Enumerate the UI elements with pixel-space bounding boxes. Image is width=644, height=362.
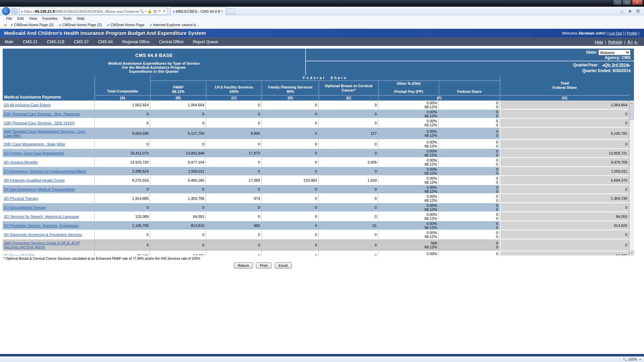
- row-label-link[interactable]: 29) Non-Emergency Medical Transportation: [4, 187, 75, 191]
- add-favorite-icon[interactable]: ★: [3, 22, 7, 27]
- row-label-link[interactable]: 34) Diagnostic Screening & Preventive Se…: [4, 233, 82, 237]
- nav-tab-cms21[interactable]: CMS-21: [18, 38, 42, 46]
- table-row: 24B) Case Management - State Wide 0 0 0 …: [3, 140, 634, 149]
- row-label-link[interactable]: 31) Occupational Therapy: [4, 205, 46, 209]
- gear-icon[interactable]: ⚙: [635, 8, 641, 14]
- zoom-caret-icon[interactable]: ▼: [639, 358, 641, 361]
- return-button[interactable]: Return: [234, 262, 253, 268]
- menu-help[interactable]: Help: [74, 16, 87, 20]
- cell-other-pct: 0.00%68.12%: [378, 194, 439, 202]
- nav-tab-regional-office[interactable]: Regional Office: [117, 38, 154, 46]
- row-label-link[interactable]: 33) Prosthetic Devices, Dentures, Eyegla…: [4, 224, 78, 228]
- tab-close-icon[interactable]: ✕: [220, 10, 224, 13]
- column-header-fmap: FMAP68.12%: [150, 81, 206, 95]
- compatibility-view-icon[interactable]: ▤: [153, 9, 157, 13]
- cell-other-pct: 0.00%68.12%: [378, 110, 439, 118]
- favorite-item[interactable]: eCMSnet Home Page (2): [59, 22, 102, 27]
- nav-tab-cms64[interactable]: CMS-64: [93, 38, 117, 46]
- row-label-link[interactable]: 32) Services for Speech, Hearing & Langu…: [4, 215, 79, 219]
- nav-tab-main[interactable]: Main: [0, 38, 18, 46]
- row-label-link[interactable]: 22) All-Inclusive Care Elderly: [4, 103, 51, 107]
- zoom-control[interactable]: 🔍 100% ▼: [617, 357, 641, 362]
- nav-tab-report-queue[interactable]: Report Queue: [188, 38, 223, 46]
- row-label-link[interactable]: 23B) Personal Care Services - SDS 1915(j…: [4, 121, 75, 125]
- menu-tools[interactable]: Tools: [60, 16, 74, 20]
- row-label-link[interactable]: 23A) Personal Care Services - Reg. Payme…: [4, 112, 80, 116]
- window-close-button[interactable]: ✕: [632, 0, 643, 5]
- cell-total-computable: 25,345: [95, 251, 150, 255]
- nav-tab-cms21b[interactable]: CMS-21B: [42, 38, 69, 46]
- forward-button[interactable]: →: [11, 8, 18, 14]
- row-label-link[interactable]: 24A) Targeted Case Management Services -…: [4, 129, 93, 137]
- table-scrollbar[interactable]: ▲ ▼: [629, 101, 634, 255]
- menu-edit[interactable]: Edit: [15, 16, 26, 20]
- window-maximize-button[interactable]: ▢: [623, 0, 631, 5]
- nav-tab-central-office[interactable]: Central Office: [154, 38, 188, 46]
- row-label-link[interactable]: 25) Primary Care Case Management: [4, 151, 64, 155]
- profile-link[interactable]: Profile: [627, 31, 637, 35]
- quarter-ended-label: Quarter Ended: 6/30/2014: [582, 68, 631, 73]
- new-tab-button[interactable]: [227, 8, 235, 14]
- cell-other-pct: 0.00%68.12%: [378, 203, 439, 212]
- row-label-cell: 28) Federally-Qualified Health Center: [3, 176, 95, 184]
- favorite-label: CMSnet Home Page (2): [62, 23, 102, 27]
- ihs-rate: 100%: [229, 89, 238, 94]
- logout-link[interactable]: Log Out: [608, 31, 622, 35]
- row-label-link[interactable]: 35) Nurse Mid-Wife: [4, 254, 36, 256]
- back-button[interactable]: ←: [2, 7, 10, 15]
- row-label-link[interactable]: 30) Physical Therapy: [4, 196, 38, 200]
- quarter-next-icon[interactable]: ▶: [628, 63, 631, 67]
- cell-total-federal-share: 0: [500, 119, 629, 127]
- print-button[interactable]: Print: [256, 262, 272, 268]
- scroll-up-button[interactable]: ▲: [630, 101, 634, 106]
- search-dropdown-icon[interactable]: ▾: [145, 10, 146, 13]
- state-label: State:: [586, 50, 597, 55]
- cell-total-computable: 2,288,624: [95, 167, 150, 175]
- scrollbar-thumb[interactable]: [630, 106, 634, 120]
- tab-title: MBES/CBES - CMS 64.9 Base: [176, 9, 220, 13]
- favorite-item[interactable]: eInternet Explorer cannot d...: [150, 22, 199, 27]
- home-icon[interactable]: ⌂: [619, 8, 625, 14]
- stop-icon[interactable]: ✕: [163, 9, 166, 13]
- search-icon[interactable]: 🔍: [140, 9, 144, 13]
- refresh-link[interactable]: Refresh: [608, 40, 622, 45]
- report-subtitle-2: For the Medical Assistance Program: [3, 65, 305, 69]
- home-glyph: ⌂: [621, 8, 623, 14]
- nav-tab-cms37[interactable]: CMS-37: [69, 38, 93, 46]
- row-label-link[interactable]: 24B) Case Management - State Wide: [4, 142, 65, 146]
- refresh-icon[interactable]: ↻: [158, 9, 161, 13]
- window-minimize-button[interactable]: —: [613, 0, 622, 5]
- maximize-icon: ▢: [626, 1, 629, 4]
- row-label-link[interactable]: 27) Emergency Services for Undocumented …: [4, 169, 86, 173]
- welcome-bar: Welcome Abraham John! [ Log Out ] [ Prof…: [562, 29, 639, 38]
- row-label-link[interactable]: 28) Federally-Qualified Health Center: [4, 178, 65, 182]
- other-pct-title: Other % (Oth): [397, 81, 421, 86]
- quarter-link[interactable]: Qtr 3rd 2014: [604, 63, 628, 67]
- cell-total-computable: 0: [95, 203, 150, 212]
- help-link[interactable]: Help: [595, 40, 603, 45]
- row-label-link[interactable]: 26) Hospice Benefits: [4, 160, 38, 164]
- favorite-item[interactable]: eCMSnet Home Page (3): [11, 22, 54, 27]
- row-label-link[interactable]: 34A) Preventive Services Grade A OR B, A…: [4, 241, 93, 249]
- scroll-down-button[interactable]: ▼: [630, 250, 634, 255]
- table-row: 24A) Targeted Case Management Services -…: [3, 128, 634, 140]
- menu-favorites[interactable]: Favorites: [40, 16, 60, 20]
- font-decrease-link[interactable]: A-: [634, 40, 638, 44]
- federal-share-top: 0: [496, 129, 498, 133]
- federal-share-top: 0: [496, 110, 498, 114]
- cell-federal-share: 00: [439, 158, 500, 166]
- address-bar[interactable]: e https://65.220.21.9/MBESCBES/CMS64/CMS…: [19, 8, 168, 15]
- favorites-icon[interactable]: ★: [627, 8, 633, 14]
- fmap-pct-value: 68.12%: [425, 171, 437, 175]
- favorite-item[interactable]: eCMSnet Home Page: [107, 22, 144, 27]
- url-path: /MBESCBES/CMS64/CMS64_9Base.aspx?stateco…: [55, 9, 139, 13]
- cell-total-federal-share: 1,304,730: [500, 194, 629, 202]
- cell-other-pct: 0.00%68.12%: [378, 101, 439, 109]
- menu-file[interactable]: File: [3, 16, 15, 20]
- state-select[interactable]: Alabama: [598, 50, 631, 55]
- font-increase-link[interactable]: A+: [627, 39, 633, 45]
- browser-tab[interactable]: e MBES/CBES - CMS 64.9 Base ✕: [170, 7, 226, 15]
- menu-view[interactable]: View: [26, 16, 40, 20]
- table-row: 23B) Personal Care Services - SDS 1915(j…: [3, 119, 634, 128]
- excel-button[interactable]: Excel: [275, 262, 292, 268]
